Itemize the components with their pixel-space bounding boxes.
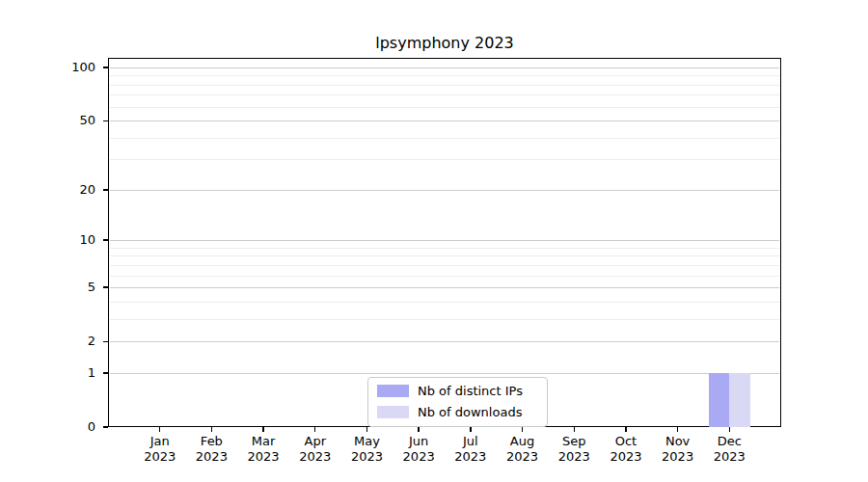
x-tick-mark [262,427,263,432]
y-tick-label: 100 [28,60,95,75]
y-tick-mark [103,426,108,427]
x-tick-label: Dec2023 [698,434,760,464]
gridline-major [110,67,779,68]
x-tick-mark [625,427,626,432]
x-tick-label-line: 2023 [698,449,760,465]
gridline-minor [110,265,779,266]
y-tick-mark [103,67,108,67]
gridline-minor [110,319,779,320]
gridline-minor [110,276,779,277]
y-tick-label: 0 [28,419,95,435]
x-tick-mark [522,427,523,432]
gridline-major [110,190,779,191]
y-tick-label: 2 [28,334,95,349]
chart-figure: lpsymphony 2023 Nb of distinct IPsNb of … [0,0,868,482]
y-tick-label: 20 [28,182,95,198]
legend-row: Nb of distinct IPs [377,384,537,398]
bar-nb-of-distinct-ips [709,373,729,427]
gridline-major [110,341,779,342]
gridline-major [110,373,779,374]
legend: Nb of distinct IPsNb of downloads [367,377,548,427]
x-tick-mark [159,427,160,432]
y-tick-mark [103,189,108,190]
gridline-minor [110,302,779,303]
gridline-major [110,240,779,241]
x-tick-mark [314,427,315,432]
gridline-minor [110,94,779,95]
y-tick-label: 1 [28,365,95,381]
y-tick-label: 50 [28,113,95,128]
gridline-minor [110,159,779,160]
gridline-minor [110,85,779,86]
x-tick-label-line: Dec [698,434,760,449]
x-tick-mark [211,427,212,432]
y-tick-mark [103,239,108,240]
y-tick-mark [103,341,108,342]
y-tick-mark [103,286,108,287]
gridline-major [110,120,779,121]
y-tick-label: 5 [28,280,95,295]
gridline-minor [110,138,779,139]
y-tick-mark [103,120,108,121]
legend-swatch-icon [377,406,409,418]
chart-title: lpsymphony 2023 [108,34,781,52]
legend-label: Nb of distinct IPs [418,384,523,398]
y-tick-label: 10 [28,232,95,248]
legend-swatch-icon [377,385,409,397]
gridline-major [110,287,779,288]
x-tick-mark [418,427,419,432]
gridline-minor [110,248,779,249]
legend-label: Nb of downloads [418,405,522,419]
x-tick-mark [677,427,678,432]
y-tick-mark [103,372,108,373]
x-tick-mark [729,427,730,432]
gridline-minor [110,255,779,256]
plot-area [108,58,781,427]
x-tick-mark [470,427,471,432]
x-tick-mark [574,427,575,432]
bar-nb-of-downloads [729,373,749,427]
legend-row: Nb of downloads [377,405,537,419]
x-tick-mark [366,427,367,432]
gridline-minor [110,107,779,108]
gridline-minor [110,75,779,76]
